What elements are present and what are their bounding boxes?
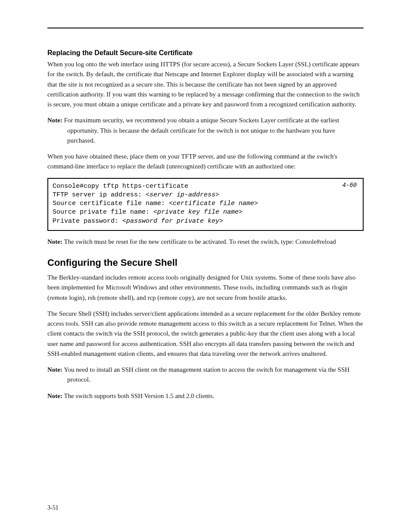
note-restart: Note: The switch must be reset for the n… [47,237,364,247]
note-caution: Note: For maximum security, we recommend… [47,115,364,146]
section-heading: Configuring the Secure Shell [47,257,364,268]
note-text: The switch supports both SSH Version 1.5… [64,392,214,399]
code-line-prefix: TFTP server ip address: < [53,191,149,199]
code-block: 4-60Console#copy tftp https-certificate … [47,178,364,231]
code-placeholder: server ip-address [149,191,215,199]
note-text: You need to install an SSH client on the… [64,366,349,383]
code-line-suffix: > [239,208,243,216]
paragraph: The Secure Shell (SSH) includes server/c… [47,309,364,359]
note-label: Note: [47,366,62,373]
code-line-prefix: Private password: < [53,218,126,225]
code-line-prefix: Source certificate file name: < [53,200,173,207]
code-placeholder: password for private key [126,218,219,225]
document-page: Replacing the Default Secure-site Certif… [0,0,411,532]
paragraph: When you log onto the web interface usin… [47,59,364,109]
note-label: Note: [47,392,62,399]
note-ssh: Note: You need to install an SSH client … [47,365,364,385]
note-label: Note: [47,117,62,124]
note-text: The switch must be reset for the new cer… [64,238,336,245]
page-footer: 3-51 [47,504,364,511]
code-placeholder: private key file name [157,208,239,216]
code-page-ref: 4-60 [342,181,357,190]
code-line: Console#copy tftp https-certificate [53,183,188,190]
section-subheading: Replacing the Default Secure-site Certif… [47,49,364,57]
note-label: Note: [47,238,62,245]
code-line-suffix: > [215,191,219,199]
footer-page-number: 3-51 [47,504,59,511]
paragraph: The Berkley-standard includes remote acc… [47,273,364,303]
note-text: For maximum security, we recommend you o… [64,117,339,144]
code-line-suffix: > [254,200,258,207]
code-placeholder: certificate file name [173,200,254,207]
paragraph: When you have obtained these, place them… [47,152,364,172]
code-line-prefix: Source private file name: < [53,208,157,216]
note-ssh2: Note: The switch supports both SSH Versi… [47,391,364,401]
header-rule [47,28,364,28]
code-line-suffix: > [219,218,223,225]
